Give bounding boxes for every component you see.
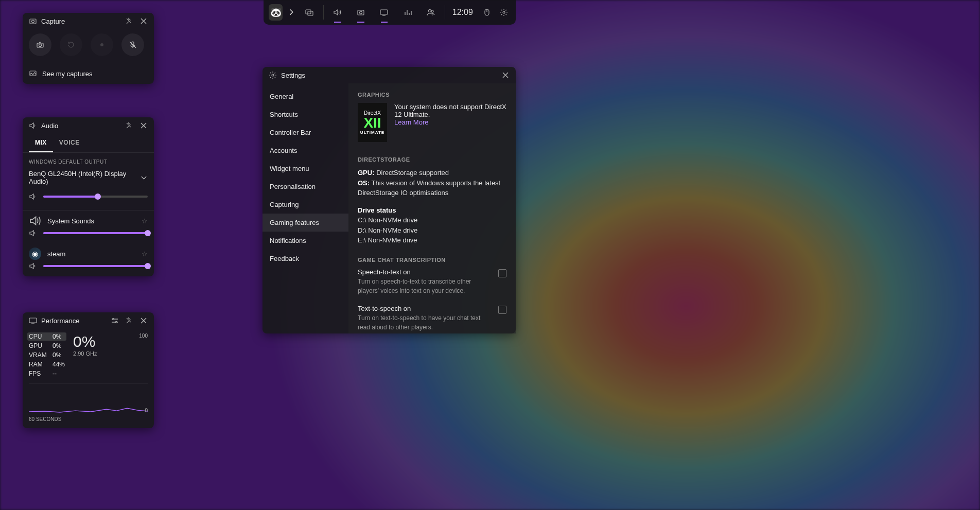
settings-nav-item[interactable]: Feedback (262, 250, 348, 268)
checkbox-icon (498, 306, 506, 314)
performance-panel: Performance CPU0% GPU0% VRAM0% RAM44% FP… (23, 312, 154, 428)
svg-rect-16 (29, 318, 37, 323)
settings-button[interactable] (497, 0, 511, 25)
capture-icon (29, 17, 37, 25)
gallery-icon (29, 69, 37, 78)
capture-widget-button[interactable] (351, 0, 370, 25)
speaker-icon (333, 8, 341, 16)
audio-panel: Audio MIX VOICE WINDOWS DEFAULT OUTPUT B… (23, 117, 154, 276)
chevron-down-icon (140, 173, 148, 182)
audio-app-row: System Sounds ☆ (23, 210, 154, 227)
pin-icon[interactable] (125, 121, 133, 130)
svg-rect-9 (30, 19, 36, 24)
app-volume-slider[interactable] (43, 232, 148, 234)
perf-stat-row[interactable]: CPU0% (27, 332, 66, 341)
graphics-header: GRAPHICS (358, 92, 506, 98)
options-icon[interactable] (111, 316, 119, 325)
resources-button[interactable] (398, 0, 417, 25)
settings-nav-item[interactable]: Notifications (262, 232, 348, 250)
speaker-icon[interactable] (29, 229, 37, 237)
learn-more-link[interactable]: Learn More (394, 118, 506, 126)
chart-icon (404, 8, 412, 16)
app-volume-slider[interactable] (43, 265, 148, 267)
favorite-star-icon[interactable]: ☆ (142, 217, 148, 225)
speaker-icon[interactable] (29, 192, 37, 201)
directstorage-header: DIRECTSTORAGE (358, 156, 506, 163)
settings-nav-item[interactable]: Shortcuts (262, 105, 348, 124)
close-icon[interactable] (139, 121, 148, 130)
record-last-button (60, 33, 82, 56)
drive-status-label: Drive status (358, 206, 396, 214)
capture-panel: Capture See my captures (23, 13, 154, 84)
text-to-speech-toggle[interactable]: Text-to-speech on Turn on text-to-speech… (358, 305, 506, 334)
people-icon (427, 8, 435, 16)
mic-toggle-button[interactable] (121, 33, 144, 56)
xbox-game-bar-topbar: 🐼 12:09 (264, 0, 516, 25)
expand-chevron-icon[interactable] (287, 8, 295, 16)
performance-clock: 2.90 GHz (73, 350, 97, 357)
close-icon[interactable] (139, 17, 148, 25)
screenshot-button[interactable] (29, 33, 51, 56)
speech-to-text-toggle[interactable]: Speech-to-text on Turn on speech-to-text… (358, 268, 506, 295)
settings-nav-item[interactable]: Capturing (262, 196, 348, 214)
record-last-icon (67, 41, 75, 49)
settings-nav-item[interactable]: Gaming features (262, 214, 348, 232)
drive-status-line: C:\ Non-NVMe drive (358, 215, 506, 225)
pin-icon[interactable] (125, 316, 133, 325)
settings-nav-item[interactable]: Personalisation (262, 178, 348, 196)
pin-icon[interactable] (125, 17, 133, 25)
svg-rect-1 (308, 11, 313, 15)
close-icon[interactable] (501, 71, 510, 79)
gear-icon (500, 8, 508, 16)
settings-nav-item[interactable]: Widget menu (262, 160, 348, 178)
capture-title: Capture (41, 17, 65, 25)
widgets-icon (305, 8, 313, 16)
speaker-icon[interactable] (29, 262, 37, 270)
svg-rect-4 (380, 10, 388, 14)
audio-app-name: steam (47, 250, 65, 258)
xbox-social-button[interactable] (421, 0, 440, 25)
svg-point-17 (113, 319, 114, 320)
settings-nav-item[interactable]: Accounts (262, 142, 348, 160)
perf-stat-row[interactable]: GPU0% (29, 342, 65, 349)
settings-content: GRAPHICS DirectX XII ULTIMATE Your syste… (348, 83, 516, 333)
directx-logo: DirectX XII ULTIMATE (358, 103, 387, 142)
mouse-button[interactable] (480, 0, 494, 25)
svg-point-18 (116, 322, 117, 323)
performance-widget-button[interactable] (375, 0, 394, 25)
speaker-icon (29, 121, 37, 130)
settings-nav: GeneralShortcutsController BarAccountsWi… (262, 83, 348, 333)
avatar[interactable]: 🐼 (269, 4, 283, 21)
mic-off-icon (129, 41, 137, 49)
perf-axis-bottom: 0 (145, 408, 148, 413)
see-captures-link[interactable]: See my captures (23, 64, 154, 84)
performance-footer: 60 SECONDS (23, 414, 154, 428)
tab-mix[interactable]: MIX (29, 134, 53, 152)
svg-point-12 (39, 44, 42, 47)
perf-stat-row[interactable]: FPS-- (29, 370, 65, 377)
widgets-button[interactable] (300, 0, 319, 25)
gear-icon (269, 71, 277, 79)
tab-voice[interactable]: VOICE (53, 134, 86, 152)
performance-big-value: 0% (73, 333, 97, 350)
close-icon[interactable] (139, 316, 148, 325)
settings-nav-item[interactable]: Controller Bar (262, 124, 348, 142)
svg-rect-0 (306, 10, 311, 14)
perf-stat-row[interactable]: VRAM0% (29, 351, 65, 359)
svg-point-10 (32, 20, 34, 23)
favorite-star-icon[interactable]: ☆ (142, 250, 148, 258)
settings-nav-item[interactable]: General (262, 87, 348, 105)
output-device-dropdown[interactable]: BenQ GL2450H (Intel(R) Display Audio) (23, 168, 154, 190)
performance-graph: 0 (29, 383, 148, 414)
audio-app-row: ◉ steam ☆ (23, 243, 154, 260)
master-volume-slider[interactable] (43, 196, 148, 198)
see-captures-label: See my captures (42, 70, 93, 78)
speaker-icon (29, 215, 41, 227)
checkbox-icon (498, 269, 506, 277)
settings-title: Settings (281, 72, 305, 79)
directx-message: Your system does not support DirectX 12 … (394, 103, 506, 118)
audio-widget-button[interactable] (328, 0, 347, 25)
monitor-icon (380, 8, 388, 16)
svg-point-8 (503, 11, 505, 13)
perf-stat-row[interactable]: RAM44% (29, 361, 65, 368)
